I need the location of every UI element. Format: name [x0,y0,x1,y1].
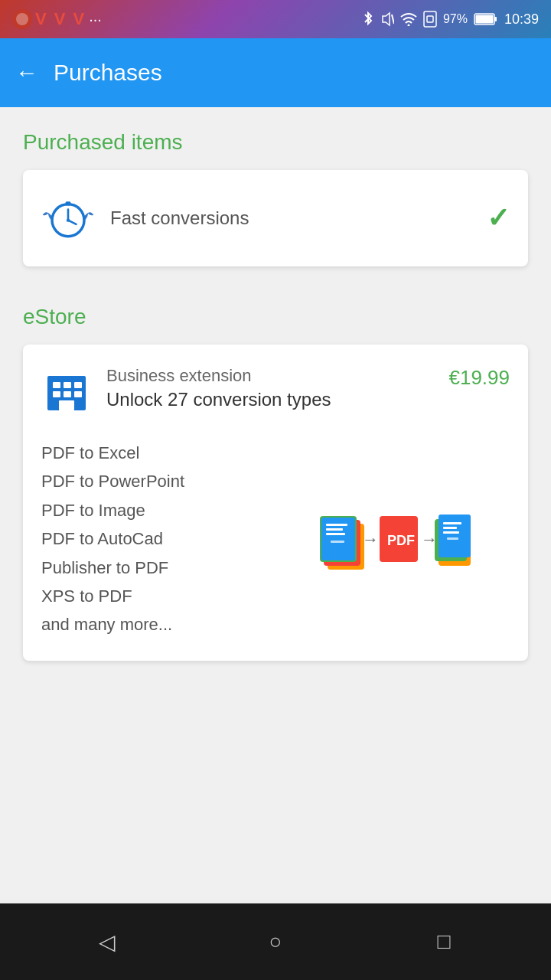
feature-publisher-pdf: Publisher to PDF [41,554,268,582]
business-extension-name: Business extension [106,366,433,386]
feature-pdf-autocad: PDF to AutoCad [41,524,268,553]
v-icons: V V V [35,9,86,29]
svg-rect-41 [447,537,458,540]
wifi-icon [400,12,417,26]
purchased-item-row: Fast conversions ✓ [41,191,510,245]
svg-rect-37 [439,514,471,557]
svg-rect-21 [74,391,82,397]
back-nav-button[interactable]: ◁ [84,919,130,965]
svg-rect-28 [326,528,343,531]
status-bar: V V V ··· 97% 10:39 [0,0,551,38]
svg-rect-4 [424,11,436,27]
business-icon [41,366,91,416]
feature-pdf-image: PDF to Image [41,496,268,524]
feature-pdf-excel: PDF to Excel [41,439,268,467]
app-icon [12,9,32,29]
svg-rect-7 [475,15,493,24]
content-area: Purchased items [0,107,551,903]
sim-icon [423,11,437,28]
svg-line-2 [392,15,394,24]
svg-rect-39 [443,527,457,529]
svg-rect-40 [443,531,459,534]
business-info: Business extension Unlock 27 conversion … [106,366,433,410]
svg-rect-5 [427,16,433,22]
svg-rect-20 [64,391,71,397]
feature-pdf-ppt: PDF to PowerPoint [41,467,268,495]
estore-title: eStore [23,305,528,329]
svg-rect-27 [326,524,347,526]
feature-more: and many more... [41,610,268,639]
svg-rect-16 [53,382,60,388]
purchased-items-title: Purchased items [23,130,528,155]
status-bar-right: 97% 10:39 [362,11,539,28]
status-bar-left: V V V ··· [12,9,102,29]
dots-icon: ··· [89,11,102,28]
nav-bar: ◁ ○ □ [0,903,551,980]
toolbar: ← Purchases [0,38,551,107]
svg-rect-38 [443,522,461,524]
recent-nav-button[interactable]: □ [421,919,467,965]
svg-point-13 [67,218,70,221]
svg-point-0 [16,13,28,25]
feature-xps-pdf: XPS to PDF [41,582,268,610]
business-features: PDF to Excel PDF to PowerPoint PDF to Im… [41,439,510,639]
svg-marker-1 [383,13,390,25]
svg-text:→: → [362,530,379,549]
svg-rect-14 [66,201,71,205]
svg-rect-18 [74,382,82,388]
page-title: Purchases [54,60,162,86]
clock-time: 10:39 [504,11,539,28]
back-button[interactable]: ← [15,60,38,86]
mute-icon [380,11,394,28]
battery-icon [474,12,498,26]
svg-rect-17 [64,382,71,388]
clock-wings-icon [41,191,95,245]
conversion-graphic: → PDF → [283,439,510,639]
svg-point-3 [407,24,409,27]
svg-rect-8 [494,17,497,21]
home-nav-button[interactable]: ○ [253,919,298,965]
svg-rect-19 [53,391,60,397]
svg-text:PDF: PDF [387,533,415,548]
purchased-item-card: Fast conversions ✓ [23,170,528,266]
business-extension-card[interactable]: Business extension Unlock 27 conversion … [23,345,528,661]
conversion-svg: → PDF → [320,493,473,585]
svg-rect-22 [59,400,74,410]
bluetooth-icon [362,11,374,28]
business-extension-price[interactable]: €19.99 [448,366,510,390]
purchased-checkmark-icon: ✓ [487,202,510,234]
svg-rect-29 [326,533,345,535]
business-extension-subtitle: Unlock 27 conversion types [106,389,433,410]
svg-rect-30 [331,541,344,543]
battery-text: 97% [443,12,468,26]
business-extension-header: Business extension Unlock 27 conversion … [41,366,510,416]
fast-conversions-label: Fast conversions [110,207,471,229]
feature-list: PDF to Excel PDF to PowerPoint PDF to Im… [41,439,268,639]
fast-conversions-icon [41,191,95,245]
